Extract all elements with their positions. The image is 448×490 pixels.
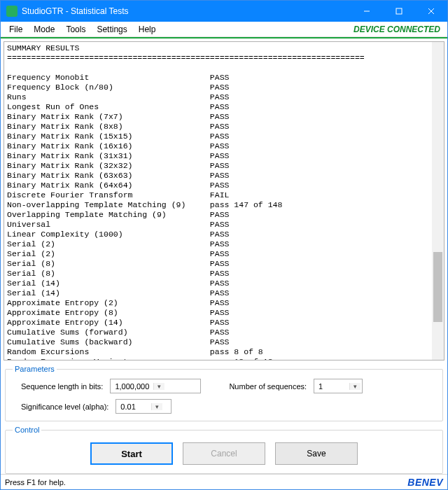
device-status: DEVICE CONNECTED [354, 24, 444, 34]
minimize-icon [363, 8, 370, 15]
content-area: SUMMARY RESULTS ========================… [1, 38, 447, 474]
window-title: StudioGTR - Statistical Tests [22, 6, 351, 16]
titlebar: StudioGTR - Statistical Tests [1, 1, 447, 22]
results-pre: SUMMARY RESULTS ========================… [7, 43, 428, 360]
scrollbar[interactable] [432, 42, 444, 360]
brand-logo: BENEV [407, 477, 443, 488]
app-icon [6, 6, 18, 17]
menu-settings[interactable]: Settings [91, 23, 132, 36]
chevron-down-icon: ▾ [349, 383, 360, 390]
save-button[interactable]: Save [275, 442, 358, 465]
close-icon [428, 8, 435, 15]
scroll-thumb[interactable] [433, 252, 442, 322]
num-seq-value: 1 [314, 382, 349, 391]
status-hint: Press F1 for help. [5, 478, 66, 486]
window-controls [351, 1, 447, 22]
seq-len-value: 1,000,000 [111, 382, 153, 391]
results-panel: SUMMARY RESULTS ========================… [4, 41, 444, 360]
chevron-down-icon: ▾ [151, 403, 162, 410]
svg-rect-1 [396, 8, 402, 14]
alpha-value: 0.01 [116, 402, 151, 411]
parameters-legend: Parameters [13, 365, 57, 373]
chevron-down-icon: ▾ [153, 383, 164, 390]
num-seq-combo[interactable]: 1 ▾ [314, 379, 363, 393]
minimize-button[interactable] [351, 1, 383, 22]
maximize-icon [396, 8, 402, 15]
menu-file[interactable]: File [4, 23, 28, 36]
control-legend: Control [13, 426, 41, 434]
statusbar: Press F1 for help. BENEV [1, 474, 447, 489]
maximize-button[interactable] [383, 1, 415, 22]
menu-tools[interactable]: Tools [60, 23, 91, 36]
results-text[interactable]: SUMMARY RESULTS ========================… [4, 42, 431, 360]
seq-len-label: Sequence length in bits: [13, 382, 103, 391]
close-button[interactable] [415, 1, 447, 22]
start-button[interactable]: Start [90, 442, 173, 465]
alpha-combo[interactable]: 0.01 ▾ [115, 399, 172, 414]
cancel-button: Cancel [183, 442, 265, 465]
seq-len-combo[interactable]: 1,000,000 ▾ [110, 379, 201, 393]
menu-mode[interactable]: Mode [28, 23, 60, 36]
control-group: Control Start Cancel Save [5, 426, 443, 474]
num-seq-label: Number of sequences: [229, 382, 307, 391]
menu-help[interactable]: Help [133, 23, 162, 36]
parameters-group: Parameters Sequence length in bits: 1,00… [5, 365, 443, 421]
menubar: File Mode Tools Settings Help DEVICE CON… [1, 22, 447, 37]
alpha-label: Significance level (alpha): [13, 402, 108, 411]
app-window: StudioGTR - Statistical Tests File Mode … [0, 0, 448, 490]
